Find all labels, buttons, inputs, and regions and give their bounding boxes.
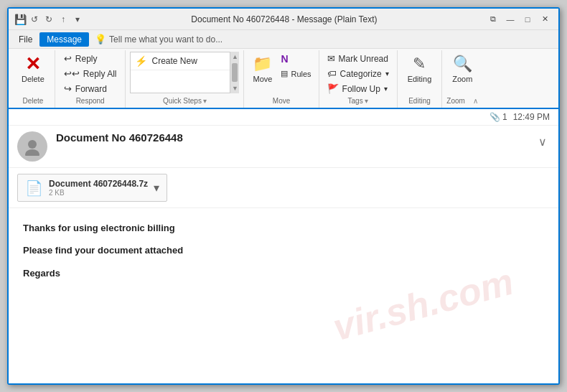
follow-up-label: Follow Up — [342, 84, 380, 94]
zoom-collapse-icon[interactable]: ∧ — [473, 97, 478, 105]
main-window: 💾 ↺ ↻ ↑ ▾ Document No 460726448 - Messag… — [7, 7, 560, 385]
editing-icon: ✎ — [413, 55, 426, 73]
delete-group-bottom: Delete — [16, 95, 50, 106]
expand-button[interactable]: ∨ — [535, 131, 550, 152]
move-label: Move — [253, 75, 273, 83]
qs-row: ⚡ Create New ▲ ▼ — [130, 52, 239, 93]
customize-icon[interactable]: ▾ — [72, 14, 83, 25]
onenote-button[interactable]: N — [278, 52, 314, 66]
zoom-group-label: Zoom — [446, 95, 465, 106]
undo-icon[interactable]: ↺ — [29, 14, 40, 25]
tags-buttons: ✉ Mark Unread 🏷 Categorize ▾ 🚩 Follow Up… — [324, 52, 393, 95]
reply-all-label: Reply All — [83, 69, 117, 79]
follow-up-button[interactable]: 🚩 Follow Up ▾ — [324, 82, 393, 95]
zoom-icon: 🔍 — [453, 55, 472, 73]
tell-me-bar: 💡 Tell me what you want to do... — [95, 34, 222, 45]
reply-all-button[interactable]: ↩↩ Reply All — [60, 67, 121, 80]
expand-arrow-icon: ∨ — [538, 136, 547, 148]
quicksteps-group-bottom: Quick Steps ▾ — [130, 95, 239, 106]
email-body-line1: Thanks for using electronic billing — [23, 220, 544, 236]
email-body-line2: Please find your document attached — [23, 242, 544, 258]
tags-group-label: Tags — [348, 95, 363, 106]
quicksteps-expand-icon[interactable]: ▾ — [203, 97, 207, 105]
tell-me-text[interactable]: Tell me what you want to do... — [109, 34, 222, 45]
delete-group-content: ✕ Delete — [16, 52, 50, 95]
editing-group-bottom: Editing — [402, 95, 438, 106]
delete-button[interactable]: ✕ Delete — [16, 52, 50, 86]
tags-group-content: ✉ Mark Unread 🏷 Categorize ▾ 🚩 Follow Up… — [324, 52, 393, 95]
onenote-icon: N — [281, 53, 288, 65]
respond-group-label: Respond — [76, 95, 105, 106]
ribbon-group-move: 📁 Move N ▤ Rules Move — [244, 50, 319, 108]
delete-icon: ✕ — [25, 55, 41, 73]
reply-all-icon: ↩↩ — [64, 68, 80, 79]
rules-label: Rules — [291, 70, 311, 78]
email-header-right: 📎 1 12:49 PM — [489, 112, 550, 122]
qs-scrollbar[interactable]: ▲ ▼ — [230, 52, 239, 93]
editing-group-content: ✎ Editing — [402, 52, 438, 95]
attachment-dropdown-icon[interactable]: ▾ — [154, 181, 159, 195]
attachment-item[interactable]: 📄 Document 460726448.7z 2 KB ▾ — [17, 174, 167, 202]
attachment-badge: 📎 1 — [489, 112, 507, 122]
move-group-content: 📁 Move N ▤ Rules — [248, 52, 314, 95]
tags-expand-icon[interactable]: ▾ — [365, 97, 368, 105]
maximize-button[interactable]: □ — [520, 12, 535, 27]
restore-button[interactable]: ⧉ — [485, 12, 501, 27]
quick-steps-list: ⚡ Create New — [130, 52, 230, 93]
mark-unread-button[interactable]: ✉ Mark Unread — [324, 52, 393, 65]
qs-create-new-icon: ⚡ — [135, 55, 147, 67]
move-small-buttons: N ▤ Rules — [278, 52, 314, 80]
respond-buttons: ↩ Reply ↩↩ Reply All ↪ Forward — [60, 52, 121, 95]
sender-name: Document No 460726448 — [56, 131, 535, 144]
forward-label: Forward — [75, 84, 107, 94]
attachment-details: Document 460726448.7z 2 KB — [49, 179, 148, 197]
ribbon-group-delete: ✕ Delete Delete — [11, 50, 55, 108]
reply-icon: ↩ — [64, 53, 72, 64]
paperclip-icon: 📎 — [489, 112, 500, 122]
quicksteps-group-label: Quick Steps — [163, 95, 202, 106]
zoom-label: Zoom — [452, 75, 472, 83]
email-body: Thanks for using electronic billing Plea… — [9, 208, 558, 383]
attachment-name: Document 460726448.7z — [49, 179, 148, 189]
editing-group-label: Editing — [408, 95, 431, 106]
categorize-dropdown-icon[interactable]: ▾ — [385, 70, 389, 78]
delete-label: Delete — [22, 75, 44, 83]
qs-create-new[interactable]: ⚡ Create New — [131, 52, 230, 70]
zoom-button[interactable]: 🔍 Zoom — [446, 52, 478, 86]
email-content-wrapper: 📎 1 12:49 PM Document No 460726448 — [9, 109, 558, 383]
ribbon: ✕ Delete Delete ↩ Reply ↩↩ Reply All — [9, 49, 558, 109]
categorize-button[interactable]: 🏷 Categorize ▾ — [324, 67, 393, 80]
reply-label: Reply — [75, 54, 98, 64]
rules-button[interactable]: ▤ Rules — [278, 67, 314, 80]
redo-icon[interactable]: ↻ — [43, 14, 55, 25]
up-icon[interactable]: ↑ — [57, 14, 69, 25]
minimize-button[interactable]: — — [502, 12, 518, 27]
zoom-group-bottom: Zoom ∧ — [446, 95, 478, 106]
categorize-icon: 🏷 — [327, 68, 337, 79]
ribbon-group-tags: ✉ Mark Unread 🏷 Categorize ▾ 🚩 Follow Up… — [319, 50, 398, 108]
qs-create-new-label: Create New — [151, 56, 197, 66]
move-button[interactable]: 📁 Move — [248, 52, 276, 86]
email-area: 📎 1 12:49 PM Document No 460726448 — [9, 109, 558, 383]
ribbon-group-quicksteps: ⚡ Create New ▲ ▼ Quick Steps ▾ — [126, 50, 244, 108]
file-icon: 📄 — [25, 179, 43, 197]
respond-group-content: ↩ Reply ↩↩ Reply All ↪ Forward — [60, 52, 121, 95]
follow-up-dropdown-icon[interactable]: ▾ — [384, 85, 388, 93]
email-time: 12:49 PM — [513, 112, 550, 122]
move-icon: 📁 — [253, 55, 272, 73]
attachment-count: 1 — [502, 112, 507, 122]
editing-label: Editing — [408, 75, 432, 83]
forward-button[interactable]: ↪ Forward — [60, 82, 121, 95]
menu-message[interactable]: Message — [39, 32, 89, 47]
menu-file[interactable]: File — [11, 32, 39, 47]
editing-button[interactable]: ✎ Editing — [402, 52, 438, 86]
save-icon[interactable]: 💾 — [14, 14, 26, 25]
forward-icon: ↪ — [64, 83, 72, 94]
menu-bar: File Message 💡 Tell me what you want to … — [9, 30, 558, 49]
window-title: Document No 460726448 - Message (Plain T… — [83, 14, 485, 24]
attachment-size: 2 KB — [49, 189, 148, 197]
ribbon-group-respond: ↩ Reply ↩↩ Reply All ↪ Forward Respond — [55, 50, 126, 108]
close-button[interactable]: ✕ — [537, 12, 553, 27]
reply-button[interactable]: ↩ Reply — [60, 52, 121, 65]
ribbon-group-editing: ✎ Editing Editing — [398, 50, 443, 108]
